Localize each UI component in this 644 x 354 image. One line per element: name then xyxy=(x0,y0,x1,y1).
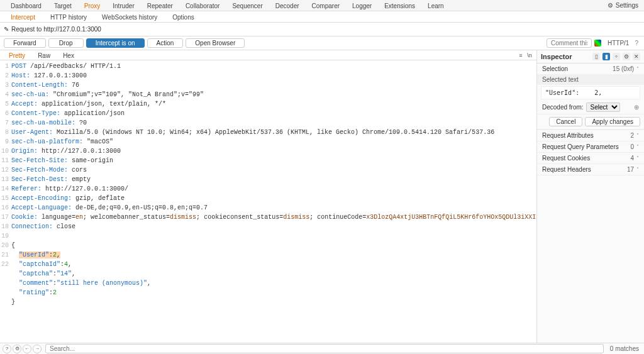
close-icon[interactable]: ✕ xyxy=(633,53,640,60)
settings-button[interactable]: ⚙ Settings xyxy=(608,2,641,9)
http-version-badge: HTTP/1 xyxy=(604,40,630,47)
help-icon[interactable]: ? xyxy=(633,40,640,47)
inspector-row[interactable]: Request Query Parameters0˅ xyxy=(537,141,644,152)
top-tabs: DashboardTargetProxyIntruderRepeaterColl… xyxy=(0,0,644,11)
newline-icon[interactable]: \n xyxy=(525,51,534,60)
gear-icon: ⚙ xyxy=(608,2,613,9)
inspector-row[interactable]: Request Headers17˅ xyxy=(537,164,644,175)
action-button[interactable]: Action xyxy=(147,38,184,48)
top-tab-repeater[interactable]: Repeater xyxy=(141,1,179,11)
sub-tab-websockets-history[interactable]: WebSockets history xyxy=(94,13,165,22)
editor-tabs: PrettyRawHex ≡ \n xyxy=(0,50,536,60)
top-tab-learn[interactable]: Learn xyxy=(421,1,450,11)
request-target: ✎ Request to http://127.0.0.1:3000 xyxy=(4,26,101,33)
open-browser-button[interactable]: Open Browser xyxy=(186,38,245,48)
apply-changes-button[interactable]: Apply changes xyxy=(585,117,640,126)
forward-button[interactable]: Forward xyxy=(4,38,46,48)
sub-tab-http-history[interactable]: HTTP history xyxy=(43,13,94,22)
editor-tab-hex[interactable]: Hex xyxy=(57,52,80,59)
settings-icon[interactable]: ⚙ xyxy=(623,53,630,60)
top-tab-dashboard[interactable]: Dashboard xyxy=(4,1,48,11)
settings-nav-icon[interactable]: ⚙ xyxy=(13,345,21,353)
top-tab-target[interactable]: Target xyxy=(48,1,78,11)
divide-icon[interactable]: ÷ xyxy=(613,53,620,60)
lens-icon: ✎ xyxy=(4,26,9,33)
inspector-row[interactable]: Request Attributes2˅ xyxy=(537,130,644,141)
chevron-down-icon: ˅ xyxy=(636,155,639,161)
chevron-down-icon: ˅ xyxy=(636,133,639,138)
chevron-down-icon: ˅ xyxy=(636,144,639,150)
editor-pane: PrettyRawHex ≡ \n 1POST /api/Feedbacks/ … xyxy=(0,50,537,343)
search-input[interactable] xyxy=(45,344,604,353)
action-bar: Forward Drop Intercept is on Action Open… xyxy=(0,36,644,50)
drop-button[interactable]: Drop xyxy=(48,38,84,48)
decoded-from-row: Decoded from: Select ⊕ xyxy=(537,101,644,114)
decode-select[interactable]: Select xyxy=(586,102,620,112)
top-tab-comparer[interactable]: Comparer xyxy=(306,1,346,11)
top-tab-logger[interactable]: Logger xyxy=(346,1,378,11)
sub-tab-options[interactable]: Options xyxy=(165,13,201,22)
selected-text-label: Selected text xyxy=(537,74,644,85)
top-tab-proxy[interactable]: Proxy xyxy=(78,1,107,11)
layout-icon-1[interactable]: ▯ xyxy=(592,53,600,60)
comment-input[interactable] xyxy=(547,38,592,48)
settings-label: Settings xyxy=(616,2,638,9)
top-tab-intruder[interactable]: Intruder xyxy=(106,1,140,11)
top-tab-extensions[interactable]: Extensions xyxy=(378,1,421,11)
layout-icon-2[interactable]: ▮ xyxy=(602,53,610,60)
selected-text-box[interactable]: "UserId":2, xyxy=(541,86,640,99)
bottom-bar: ? ⚙ ← → 0 matches xyxy=(0,343,644,354)
inspector-row[interactable]: Request Cookies4˅ xyxy=(537,153,644,163)
line-wrap-icon[interactable]: ≡ xyxy=(516,51,525,60)
editor-tab-pretty[interactable]: Pretty xyxy=(3,52,31,59)
top-tab-collaborator[interactable]: Collaborator xyxy=(179,1,226,11)
help-nav-icon[interactable]: ? xyxy=(3,345,11,353)
top-tab-decoder[interactable]: Decoder xyxy=(269,1,306,11)
match-count: 0 matches xyxy=(608,345,641,352)
chevron-up-icon: ˄ xyxy=(636,66,639,72)
top-tab-sequencer[interactable]: Sequencer xyxy=(226,1,269,11)
inspector-header: Inspector ▯ ▮ ÷ ⚙ ✕ xyxy=(537,50,644,64)
request-toolbar: ✎ Request to http://127.0.0.1:3000 xyxy=(0,23,644,36)
decode-add-icon[interactable]: ⊕ xyxy=(634,104,639,111)
nav-back-icon[interactable]: ← xyxy=(23,345,31,353)
sub-tabs: InterceptHTTP historyWebSockets historyO… xyxy=(0,11,644,23)
highlight-color-picker[interactable] xyxy=(594,40,601,47)
inspector-pane: Inspector ▯ ▮ ÷ ⚙ ✕ Selection 15 (0xf) ˄… xyxy=(537,50,644,343)
intercept-toggle-button[interactable]: Intercept is on xyxy=(86,38,145,48)
chevron-down-icon: ˅ xyxy=(636,167,639,172)
cancel-button[interactable]: Cancel xyxy=(549,117,582,126)
editor-tab-raw[interactable]: Raw xyxy=(31,52,57,59)
selection-row[interactable]: Selection 15 (0xf) ˄ xyxy=(537,64,644,74)
nav-forward-icon[interactable]: → xyxy=(33,345,42,353)
inspector-title: Inspector xyxy=(541,53,592,60)
request-editor[interactable]: 1POST /api/Feedbacks/ HTTP/1.12Host: 127… xyxy=(0,60,536,343)
sub-tab-intercept[interactable]: Intercept xyxy=(3,13,43,22)
